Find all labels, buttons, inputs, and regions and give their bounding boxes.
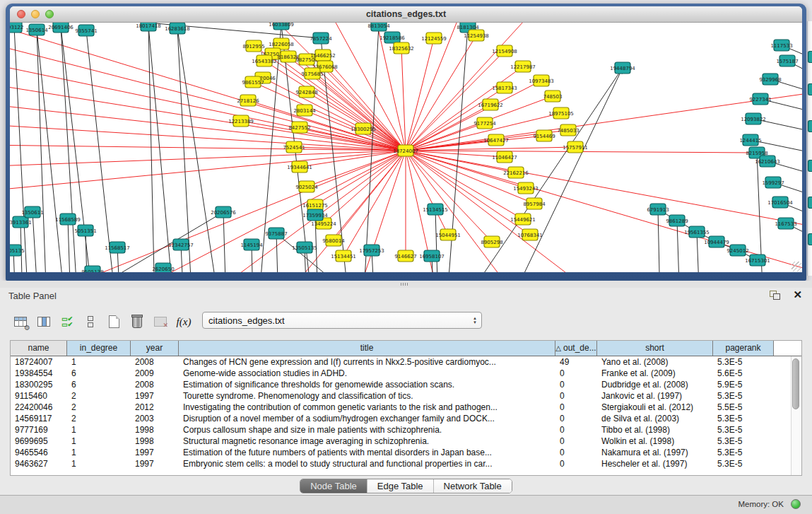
network-node[interactable]: 20206576: [211, 206, 236, 218]
network-node[interactable]: 12217987: [510, 61, 536, 72]
column-header-out-de-[interactable]: △out_de...: [555, 341, 597, 356]
network-node[interactable]: 9146627: [394, 250, 416, 262]
network-node[interactable]: 2718126: [237, 95, 259, 106]
network-node[interactable]: 11046427: [492, 151, 517, 163]
tab-node-table[interactable]: Node Table: [300, 479, 367, 493]
network-node[interactable]: 1117533: [770, 40, 792, 51]
minimize-window-icon[interactable]: [31, 10, 40, 18]
table-row[interactable]: 2242004622012Investigating the contribut…: [11, 402, 801, 413]
delete-column-button[interactable]: [126, 312, 148, 332]
network-node[interactable]: 8957984: [523, 198, 546, 209]
network-node[interactable]: 18017418: [136, 23, 161, 31]
column-header-year[interactable]: year: [131, 341, 179, 356]
zoom-window-icon[interactable]: [45, 10, 54, 18]
network-node[interactable]: 15493243: [513, 182, 539, 194]
network-node[interactable]: 16033809: [269, 23, 294, 30]
show-column-button[interactable]: [33, 312, 54, 332]
close-window-icon[interactable]: [17, 10, 25, 18]
memory-ok-indicator[interactable]: [791, 499, 801, 509]
network-node[interactable]: 5051351: [74, 225, 96, 236]
tab-edge-table[interactable]: Edge Table: [367, 479, 434, 493]
network-node[interactable]: 1599297: [762, 177, 784, 188]
column-header-title[interactable]: title: [179, 341, 555, 356]
network-node[interactable]: 15449621: [510, 214, 536, 225]
network-node[interactable]: 15817343: [492, 82, 517, 93]
network-node[interactable]: 15044951: [435, 229, 461, 240]
network-node[interactable]: 12154908: [492, 45, 517, 57]
column-header-in-degree[interactable]: in_degree: [67, 341, 131, 356]
column-header-pagerank[interactable]: pagerank: [713, 341, 774, 356]
network-node[interactable]: 9025024: [295, 181, 318, 192]
network-node[interactable]: 393122: [10, 23, 23, 33]
network-node[interactable]: 8912955: [242, 40, 264, 52]
table-selector-dropdown[interactable]: citations_edges.txt ▲▼: [202, 312, 482, 329]
network-node[interactable]: 1145194: [240, 239, 263, 250]
network-node[interactable]: 8813054: [367, 23, 390, 31]
network-node[interactable]: 1350614: [25, 24, 48, 35]
network-node[interactable]: 12213389: [228, 115, 254, 127]
network-node[interactable]: 19344641: [287, 161, 312, 173]
table-row[interactable]: 946362711997Embryonic stem cells: a mode…: [11, 458, 801, 469]
network-node[interactable]: 12124559: [421, 33, 447, 44]
network-window-titlebar[interactable]: citations_edges.txt: [10, 6, 802, 23]
network-node[interactable]: 16715301: [745, 255, 770, 266]
network-node[interactable]: 1244415: [739, 134, 761, 146]
network-node[interactable]: 9580014: [322, 235, 345, 246]
tab-network-table[interactable]: Network Table: [434, 479, 512, 493]
network-node[interactable]: 9154469: [533, 130, 555, 141]
network-node[interactable]: 2803144: [293, 105, 316, 116]
network-node[interactable]: 8427552: [288, 122, 310, 133]
network-node[interactable]: 18325632: [389, 42, 414, 54]
vertical-scrollbar[interactable]: [791, 356, 801, 475]
network-node[interactable]: 22162216: [503, 167, 529, 178]
float-window-icon[interactable]: [770, 291, 781, 300]
table-row[interactable]: 977716911998Corpus callosum shape and si…: [11, 424, 801, 436]
network-node[interactable]: 10944479: [704, 236, 729, 247]
table-row[interactable]: 1872400712008Changes of HCN gene express…: [11, 356, 801, 368]
network-node[interactable]: 1350611: [21, 206, 43, 218]
network-node[interactable]: 6791913: [647, 204, 669, 215]
row-boxes-button[interactable]: [80, 312, 101, 332]
table-row[interactable]: 1456911722003Disruption of a novel membe…: [11, 413, 801, 424]
column-header-short[interactable]: short: [597, 341, 713, 356]
network-canvas[interactable]: 3931221350614206914069355741180174181628…: [10, 23, 802, 272]
network-node[interactable]: 9505135: [10, 245, 25, 256]
network-node[interactable]: 9245012: [726, 245, 748, 256]
divider-grip-icon[interactable]: [401, 283, 409, 286]
network-node[interactable]: 16719622: [478, 99, 503, 110]
create-column-button[interactable]: [103, 312, 124, 332]
network-node[interactable]: 748503: [543, 90, 563, 102]
network-node[interactable]: 19448794: [610, 62, 635, 74]
network-node[interactable]: 19218586: [379, 32, 405, 43]
network-node[interactable]: 9175685: [301, 68, 323, 79]
network-node[interactable]: 1575187: [776, 55, 798, 66]
network-node[interactable]: 11568589: [55, 214, 81, 225]
window-resize-grip[interactable]: [792, 262, 801, 271]
network-node[interactable]: 9861289: [666, 215, 688, 226]
network-node[interactable]: 9355741: [75, 25, 97, 36]
network-node[interactable]: 15134451: [331, 250, 356, 262]
network-node[interactable]: 9505138: [81, 266, 103, 272]
network-node[interactable]: 8905298: [481, 236, 502, 247]
network-node[interactable]: 12342757: [168, 239, 194, 250]
network-node[interactable]: 13505135: [292, 242, 317, 253]
table-row[interactable]: 946554611997Estimation of the future num…: [11, 447, 801, 458]
network-node[interactable]: 9861557: [242, 76, 264, 88]
network-node[interactable]: 10647427: [483, 134, 509, 146]
network-node[interactable]: 11568517: [105, 242, 130, 253]
panel-divider[interactable]: [0, 281, 812, 288]
network-node[interactable]: 7857224: [310, 33, 332, 44]
table-row[interactable]: 911546021997Tourette syndrome. Phenomeno…: [11, 390, 801, 402]
network-node[interactable]: 20691406: [48, 23, 73, 33]
scrollbar-thumb[interactable]: [792, 358, 799, 409]
network-node[interactable]: 18975105: [548, 107, 574, 119]
function-builder-button[interactable]: f(x): [173, 312, 194, 332]
table-settings-button[interactable]: ⚙: [10, 312, 31, 332]
network-node[interactable]: 2620650: [152, 263, 174, 272]
column-header-name[interactable]: name: [11, 341, 67, 356]
close-panel-icon[interactable]: ✕: [793, 288, 802, 301]
table-row[interactable]: 1830029562008Estimation of significance …: [11, 379, 801, 390]
network-node[interactable]: 9177254: [473, 117, 496, 129]
column-checklist-button[interactable]: ▭✔▭✔: [57, 312, 78, 332]
network-node[interactable]: 15134515: [423, 204, 448, 215]
